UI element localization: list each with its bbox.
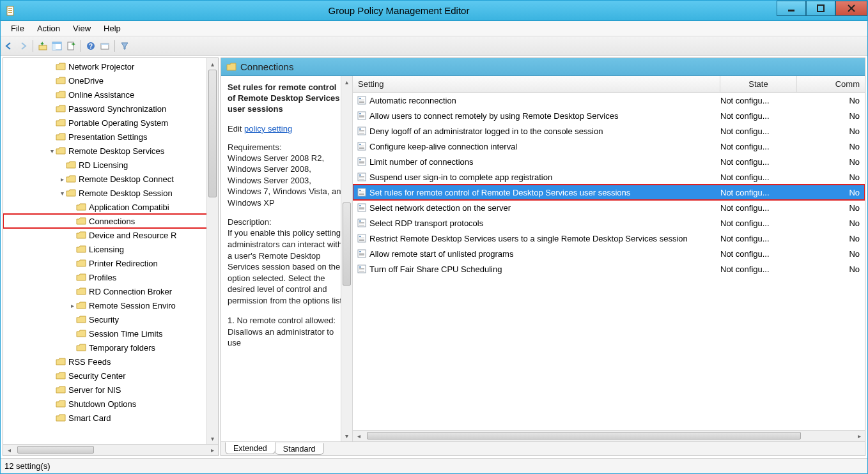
tree-item[interactable]: ▸Remote Desktop Connect <box>3 172 218 186</box>
expander-icon[interactable]: ▸ <box>68 302 76 309</box>
list-row[interactable]: Set rules for remote control of Remote D… <box>353 185 865 200</box>
tree-item[interactable]: RD Connection Broker <box>3 284 218 298</box>
tree-item[interactable]: Security <box>3 312 218 326</box>
svg-rect-11 <box>52 44 56 50</box>
svg-rect-43 <box>359 174 361 176</box>
tree-item[interactable]: Licensing <box>3 242 218 256</box>
column-comment[interactable]: Comm <box>797 76 865 92</box>
list-row[interactable]: Allow users to connect remotely by using… <box>353 108 865 123</box>
tree-item[interactable]: Printer Redirection <box>3 256 218 270</box>
tree-item-label: Device and Resource R <box>89 231 176 240</box>
list-row[interactable]: Select network detection on the serverNo… <box>353 200 865 215</box>
tree-item[interactable]: Security Center <box>3 369 218 383</box>
scroll-left-icon[interactable]: ◂ <box>353 432 364 440</box>
tree-item[interactable]: ▾Remote Desktop Session <box>3 186 218 200</box>
maximize-button[interactable] <box>806 1 835 16</box>
list-row[interactable]: Configure keep-alive connection interval… <box>353 139 865 154</box>
tree-item[interactable]: RD Licensing <box>3 158 218 172</box>
scroll-right-icon[interactable]: ▸ <box>853 432 865 440</box>
tab-extended[interactable]: Extended <box>225 442 275 454</box>
scroll-right-icon[interactable]: ▸ <box>206 447 218 454</box>
properties-button[interactable] <box>99 40 111 52</box>
cell-state: Not configu... <box>720 157 797 167</box>
folder-icon <box>56 357 66 366</box>
scroll-thumb[interactable] <box>208 70 217 197</box>
tree-horizontal-scrollbar[interactable]: ◂ ▸ <box>3 444 218 455</box>
tree-item[interactable]: Connections <box>3 214 218 228</box>
tree-item[interactable]: Smart Card <box>3 411 218 425</box>
tree-item[interactable]: Shutdown Options <box>3 397 218 411</box>
svg-rect-33 <box>359 144 361 145</box>
scroll-down-icon[interactable]: ▾ <box>207 432 218 444</box>
tree-item[interactable]: Profiles <box>3 270 218 284</box>
tab-standard[interactable]: Standard <box>275 443 324 455</box>
minimize-button[interactable] <box>777 1 806 16</box>
scroll-left-icon[interactable]: ◂ <box>3 447 15 454</box>
folder-icon <box>56 132 66 141</box>
list-row[interactable]: Allow remote start of unlisted programsN… <box>353 246 865 261</box>
help-button[interactable]: ? <box>85 40 97 52</box>
folder-icon <box>76 259 86 268</box>
tree-item[interactable]: Server for NIS <box>3 383 218 397</box>
up-level-button[interactable] <box>37 40 49 52</box>
list-row[interactable]: Select RDP transport protocolsNot config… <box>353 215 865 231</box>
tree-item[interactable]: Presentation Settings <box>3 130 218 144</box>
menu-help[interactable]: Help <box>97 22 127 34</box>
tree-item[interactable]: RSS Feeds <box>3 355 218 369</box>
svg-rect-73 <box>359 266 361 268</box>
expander-icon[interactable]: ▸ <box>58 176 66 183</box>
edit-policy-link[interactable]: policy setting <box>244 124 292 134</box>
list-row[interactable]: Restrict Remote Desktop Services users t… <box>353 231 865 246</box>
menu-view[interactable]: View <box>66 22 97 34</box>
tree-item[interactable]: Online Assistance <box>3 88 218 102</box>
svg-rect-55 <box>359 208 364 209</box>
tree-item[interactable]: OneDrive <box>3 73 218 88</box>
svg-rect-53 <box>359 205 361 206</box>
close-button[interactable] <box>835 1 867 16</box>
column-state[interactable]: State <box>720 76 797 92</box>
tree-item[interactable]: Application Compatibi <box>3 200 218 214</box>
svg-rect-35 <box>359 147 364 148</box>
tree-scroll[interactable]: Network ProjectorOneDriveOnline Assistan… <box>3 58 218 444</box>
tree-item[interactable]: Password Synchronization <box>3 102 218 116</box>
svg-rect-69 <box>359 253 364 254</box>
list-row[interactable]: Turn off Fair Share CPU SchedulingNot co… <box>353 261 865 277</box>
export-list-button[interactable] <box>65 40 77 52</box>
expander-icon[interactable]: ▾ <box>58 190 66 197</box>
filter-button[interactable] <box>119 40 130 52</box>
list-horizontal-scrollbar[interactable]: ◂ ▸ <box>353 430 865 441</box>
tree-item[interactable]: ▸Remote Session Enviro <box>3 298 218 312</box>
tree-item[interactable]: ▾Remote Desktop Services <box>3 144 218 158</box>
selected-setting-title: Set rules for remote control of Remote D… <box>228 82 346 115</box>
tree-item[interactable]: Device and Resource R <box>3 228 218 242</box>
scroll-up-icon[interactable]: ▴ <box>341 76 352 88</box>
scroll-up-icon[interactable]: ▴ <box>207 58 218 70</box>
scroll-thumb[interactable] <box>17 446 94 454</box>
list-row[interactable]: Automatic reconnectionNot configu...No <box>353 93 865 108</box>
back-button[interactable] <box>3 40 15 52</box>
setting-icon <box>357 95 367 105</box>
show-hide-tree-button[interactable] <box>51 40 63 52</box>
description-scrollbar[interactable]: ▴ ▾ <box>341 76 352 441</box>
scroll-thumb[interactable] <box>367 432 801 440</box>
folder-icon <box>66 160 76 169</box>
tree-item[interactable]: Session Time Limits <box>3 326 218 340</box>
tree-item[interactable]: Network Projector <box>3 59 218 73</box>
scroll-thumb[interactable] <box>343 203 351 286</box>
cell-comment: No <box>797 249 865 259</box>
tree-vertical-scrollbar[interactable]: ▴ ▾ <box>206 58 218 444</box>
list-row[interactable]: Deny logoff of an administrator logged i… <box>353 123 865 139</box>
column-setting[interactable]: Setting <box>353 76 720 92</box>
forward-button[interactable] <box>17 40 29 52</box>
menu-action[interactable]: Action <box>31 22 66 34</box>
list-row[interactable]: Suspend user sign-in to complete app reg… <box>353 169 865 185</box>
svg-rect-50 <box>359 193 364 194</box>
tree-item[interactable]: Temporary folders <box>3 340 218 355</box>
folder-icon <box>76 343 86 352</box>
tree-item[interactable]: Portable Operating System <box>3 116 218 130</box>
list-row[interactable]: Limit number of connectionsNot configu..… <box>353 154 865 169</box>
scroll-down-icon[interactable]: ▾ <box>341 430 352 441</box>
expander-icon[interactable]: ▾ <box>48 148 56 155</box>
svg-rect-65 <box>359 239 364 240</box>
menu-file[interactable]: File <box>4 22 31 34</box>
